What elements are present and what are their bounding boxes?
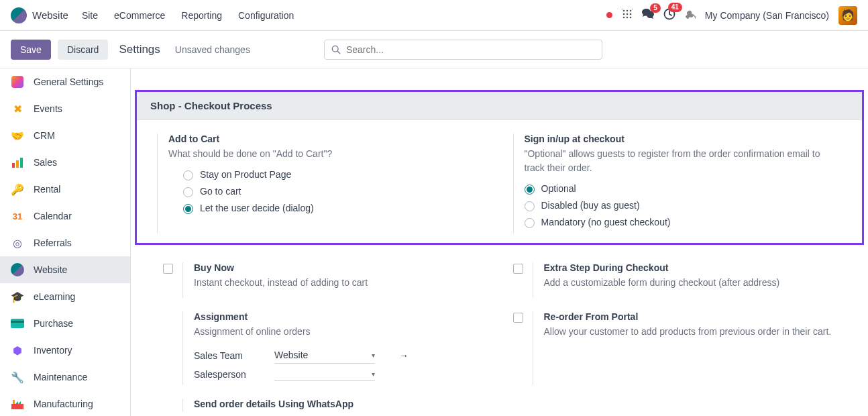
settings-sidebar: General Settings✖Events🤝CRMSales🔑Rental3…	[0, 68, 131, 416]
nav-link-reporting[interactable]: Reporting	[181, 10, 222, 21]
sidebar-item-label: Inventory	[34, 345, 72, 356]
sidebar-item-calendar[interactable]: 31Calendar	[0, 203, 130, 229]
setting-desc: "Optional" allows guests to register fro…	[525, 147, 843, 175]
radio-go-to-cart[interactable]: Go to cart	[183, 186, 486, 197]
radio-disabled[interactable]: Disabled (buy as guest)	[525, 200, 843, 211]
radio-icon	[183, 187, 193, 197]
radio-icon	[525, 201, 535, 211]
sidebar-item-label: General Settings	[34, 76, 103, 87]
messages-badge: 5	[650, 3, 661, 13]
salesperson-select[interactable]: ▾	[274, 368, 375, 381]
setting-buy-now: Buy Now Instant checkout, instead of add…	[163, 262, 486, 298]
website-icon	[11, 263, 24, 276]
setting-title: Assignment	[194, 311, 486, 322]
brand-logo-icon	[11, 7, 27, 23]
checkbox-extra-step[interactable]	[513, 264, 523, 274]
caret-down-icon: ▾	[372, 370, 375, 378]
svg-point-10	[332, 46, 338, 52]
general-settings-icon	[11, 75, 24, 89]
dialpad-icon[interactable]	[622, 9, 633, 21]
setting-whatsapp: Send order details Using WhatsApp	[163, 399, 486, 412]
svg-rect-13	[16, 160, 19, 168]
setting-title: Sign in/up at checkout	[525, 134, 843, 144]
app-switcher[interactable]: Website	[11, 7, 68, 23]
setting-add-to-cart: Add to Cart What should be done on "Add …	[157, 134, 486, 233]
svg-point-0	[623, 10, 625, 12]
sidebar-item-label: Purchase	[34, 318, 73, 329]
search-icon	[331, 45, 341, 54]
highlighted-section: Shop - Checkout Process Add to Cart What…	[135, 90, 864, 245]
inventory-icon: ⬢	[11, 344, 24, 357]
setting-title: Extra Step During Checkout	[544, 262, 836, 273]
sidebar-item-referrals[interactable]: ◎Referrals	[0, 229, 130, 256]
sidebar-item-purchase[interactable]: Purchase	[0, 310, 130, 337]
messages-icon[interactable]: 5	[642, 9, 654, 21]
sidebar-item-sales[interactable]: Sales	[0, 149, 130, 176]
manufacturing-icon	[11, 397, 24, 411]
setting-title: Send order details Using WhatsApp	[194, 399, 486, 409]
svg-point-4	[627, 13, 629, 15]
sidebar-item-manufacturing[interactable]: Manufacturing	[0, 391, 130, 416]
activities-icon[interactable]: 41	[663, 8, 675, 22]
svg-rect-16	[11, 321, 24, 323]
radio-mandatory[interactable]: Mandatory (no guest checkout)	[525, 217, 843, 228]
sidebar-item-label: Calendar	[34, 211, 72, 221]
nav-link-ecommerce[interactable]: eCommerce	[114, 10, 165, 21]
nav-links: Site eCommerce Reporting Configuration	[82, 10, 294, 21]
record-indicator-icon[interactable]	[606, 12, 612, 18]
svg-rect-14	[20, 158, 23, 168]
setting-desc: Allow your customer to add products from…	[544, 325, 836, 339]
sidebar-item-label: eLearning	[34, 291, 75, 302]
sidebar-item-label: Manufacturing	[34, 399, 93, 409]
sidebar-item-crm[interactable]: 🤝CRM	[0, 122, 130, 149]
svg-point-8	[630, 17, 632, 19]
sidebar-item-maintenance[interactable]: 🔧Maintenance	[0, 364, 130, 391]
crm-icon: 🤝	[11, 129, 24, 142]
control-panel: Save Discard Settings Unsaved changes	[0, 31, 868, 68]
nav-link-site[interactable]: Site	[82, 10, 98, 21]
svg-point-7	[627, 17, 629, 19]
rental-icon: 🔑	[11, 183, 24, 196]
section-header: Shop - Checkout Process	[137, 92, 862, 120]
user-avatar[interactable]: 🧑	[838, 6, 857, 25]
tools-icon[interactable]	[685, 9, 696, 21]
search-input[interactable]	[346, 44, 595, 55]
sales-team-select[interactable]: Website▾	[274, 347, 375, 364]
setting-desc: What should be done on "Add to Cart"?	[168, 147, 486, 161]
setting-desc: Instant checkout, instead of adding to c…	[194, 276, 486, 290]
discard-button[interactable]: Discard	[58, 40, 108, 60]
elearning-icon: 🎓	[11, 290, 24, 303]
sidebar-item-website[interactable]: Website	[0, 256, 130, 283]
sidebar-item-label: Events	[34, 103, 62, 114]
search-box[interactable]	[324, 40, 602, 60]
sidebar-item-label: Sales	[34, 157, 57, 168]
sidebar-item-general-settings[interactable]: General Settings	[0, 68, 130, 95]
svg-rect-12	[12, 163, 15, 168]
save-button[interactable]: Save	[11, 40, 51, 60]
svg-rect-15	[11, 319, 24, 328]
nav-link-configuration[interactable]: Configuration	[238, 10, 294, 21]
company-selector[interactable]: My Company (San Francisco)	[705, 10, 829, 21]
sidebar-item-inventory[interactable]: ⬢Inventory	[0, 337, 130, 364]
sidebar-item-elearning[interactable]: 🎓eLearning	[0, 283, 130, 310]
svg-point-6	[623, 17, 625, 19]
checkbox-buy-now[interactable]	[163, 264, 173, 274]
sidebar-item-label: Rental	[34, 184, 60, 195]
radio-let-user-decide[interactable]: Let the user decide (dialog)	[183, 203, 486, 214]
calendar-icon: 31	[11, 209, 24, 223]
sidebar-item-label: Referrals	[34, 238, 72, 248]
radio-stay-on-page[interactable]: Stay on Product Page	[183, 169, 486, 180]
main-content: Shop - Checkout Process Add to Cart What…	[131, 68, 868, 416]
sidebar-item-events[interactable]: ✖Events	[0, 95, 130, 122]
page-title: Settings	[119, 43, 160, 56]
referrals-icon: ◎	[11, 236, 24, 250]
setting-assignment: Assignment Assignment of online orders S…	[163, 311, 486, 385]
systray: 5 41 My Company (San Francisco) 🧑	[606, 6, 857, 25]
sidebar-item-rental[interactable]: 🔑Rental	[0, 176, 130, 203]
setting-desc: Assignment of online orders	[194, 325, 486, 339]
svg-point-1	[627, 10, 629, 12]
setting-desc: Add a customizable form during checkout …	[544, 276, 836, 290]
external-link-icon[interactable]: →	[399, 350, 409, 361]
radio-optional[interactable]: Optional	[525, 183, 843, 195]
checkbox-reorder[interactable]	[513, 313, 523, 323]
